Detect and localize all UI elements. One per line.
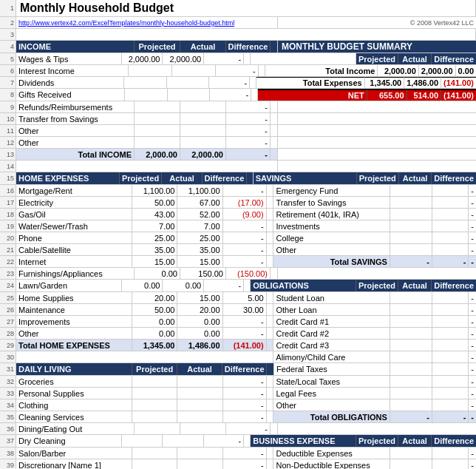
home-row-5-projected: 35.00 xyxy=(154,246,175,254)
savings-actual-header: Actual xyxy=(403,174,428,183)
summary-actual-header: Actual xyxy=(402,55,427,64)
row-num-31: 31 xyxy=(0,363,16,375)
home-row-4-label: Phone xyxy=(18,234,42,243)
home-row-8-actual: 0.00 xyxy=(186,281,201,290)
daily-living-header: DAILY LIVING xyxy=(18,365,72,374)
row-num-15: 15 xyxy=(0,172,16,184)
income-row-3-diff: - xyxy=(245,90,248,99)
summary-diff-header: Difference xyxy=(434,55,474,64)
copyright-text: © 2008 Vertex42 LLC xyxy=(410,19,474,27)
savings-row-5-label: Other xyxy=(276,246,296,254)
obl-row-0-diff: - xyxy=(471,294,474,303)
dl-diff-header: Difference xyxy=(225,365,265,374)
biz-row-0-diff: - xyxy=(471,449,474,458)
home-row-6-projected: 15.00 xyxy=(154,257,175,266)
obl-diff-header: Difference xyxy=(434,281,474,290)
row-num-29: 29 xyxy=(0,340,16,351)
obl-row-0-label: Student Loan xyxy=(276,294,324,303)
income-difference-header: Difference xyxy=(228,42,268,51)
home-row-9-label: Home Supplies xyxy=(18,294,74,303)
total-income-section-projected: 2,000.00 xyxy=(146,150,177,159)
obl-row-5-diff: - xyxy=(471,353,474,362)
home-row-12-projected: 0.00 xyxy=(159,329,174,338)
income-row-6-label: Other xyxy=(18,126,39,135)
income-row-0-label: Wages & Tips xyxy=(18,55,68,64)
obl-row-5-label: Alimony/Child Care xyxy=(276,353,345,362)
row-num-16: 16 xyxy=(0,185,16,196)
dl-row-4-label: Dining/Eating Out xyxy=(18,425,82,433)
row-num-14: 14 xyxy=(0,161,16,172)
row-num-24: 24 xyxy=(0,280,16,291)
savings-row-0-label: Emergency Fund xyxy=(276,186,338,195)
home-row-9-actual: 15.00 xyxy=(200,294,220,303)
savings-row-2-label: Retirement (401k, IRA) xyxy=(276,210,358,219)
total-obl-actual: - xyxy=(463,413,466,422)
home-row-3-diff: - xyxy=(261,222,264,231)
obl-row-8-label: Legal Fees xyxy=(276,389,316,398)
obl-row-7-label: State/Local Taxes xyxy=(276,377,340,386)
row-num-38: 38 xyxy=(0,448,16,459)
home-row-12-label: Other xyxy=(18,329,39,338)
home-row-4-projected: 25.00 xyxy=(154,234,175,243)
savings-row-1-diff: - xyxy=(471,198,474,207)
dl-row-3-diff: - xyxy=(261,413,264,422)
obl-row-9-label: Other xyxy=(276,401,296,410)
home-row-11-actual: 0.00 xyxy=(204,317,220,326)
template-link[interactable]: http://www.vertex42.com/ExcelTemplates/m… xyxy=(18,19,234,27)
dl-row-7-label: Discretionary [Name 1] xyxy=(18,461,101,470)
net-label: NET xyxy=(348,91,364,100)
home-row-7-label: Furnishings/Appliances xyxy=(18,269,103,278)
savings-row-1-label: Transfer to Savings xyxy=(276,198,346,207)
savings-row-3-label: Investments xyxy=(276,222,319,231)
obl-row-4-label: Credit Card #3 xyxy=(276,341,329,350)
dl-row-2-label: Clothing xyxy=(18,401,48,410)
home-row-7-diff: (150.00) xyxy=(237,269,268,278)
total-home-projected: 1,345.00 xyxy=(143,341,175,350)
total-home-label: Total HOME EXPENSES xyxy=(18,341,110,350)
dl-row-3-label: Cleaning Services xyxy=(18,413,84,422)
income-row-2-label: Dividends xyxy=(18,78,54,87)
home-difference-header: Difference xyxy=(205,174,245,183)
savings-row-3-diff: - xyxy=(471,222,474,231)
home-row-5-label: Cable/Satellite xyxy=(18,246,71,254)
home-row-10-diff: 30.00 xyxy=(243,306,264,314)
dl-row-6-label: Salon/Barber xyxy=(18,449,66,458)
home-row-2-actual: 52.00 xyxy=(200,210,220,219)
home-row-8-diff: - xyxy=(239,281,242,290)
home-actual-header: Actual xyxy=(169,174,194,183)
home-projected-header: Projected xyxy=(122,174,159,183)
income-projected-header: Projected xyxy=(138,42,175,51)
total-income-section-label: Total INCOME xyxy=(78,150,132,159)
home-row-11-projected: 0.00 xyxy=(159,317,174,326)
dl-row-5-diff: - xyxy=(239,436,242,445)
total-savings-actual: - xyxy=(463,257,466,266)
total-income-label: Total Income xyxy=(325,67,375,75)
row-num-21: 21 xyxy=(0,244,16,255)
dl-row-5-label: Dry Cleaning xyxy=(18,436,66,445)
home-row-6-label: Internet xyxy=(18,257,46,266)
home-row-7-actual: 150.00 xyxy=(198,269,223,278)
row-num-18: 18 xyxy=(0,209,16,220)
total-obl-label: Total OBLIGATIONS xyxy=(310,413,387,422)
home-row-0-actual: 1,100.00 xyxy=(188,186,220,195)
row-num-34: 34 xyxy=(0,399,16,411)
row-num-36: 36 xyxy=(0,423,16,434)
obl-row-7-diff: - xyxy=(471,377,474,386)
home-row-9-projected: 20.00 xyxy=(154,294,175,303)
total-home-diff: (141.00) xyxy=(234,341,264,350)
home-row-8-projected: 0.00 xyxy=(144,281,160,290)
row-num-1: 1 xyxy=(0,0,16,16)
obl-row-2-diff: - xyxy=(471,317,474,326)
home-row-0-label: Mortgage/Rent xyxy=(18,186,72,195)
home-row-6-actual: 15.00 xyxy=(200,257,220,266)
income-row-0-diff: - xyxy=(239,55,242,64)
obl-projected-header: Projected xyxy=(358,281,395,290)
obl-row-9-diff: - xyxy=(471,401,474,410)
dl-row-1-diff: - xyxy=(261,389,264,398)
dl-row-0-label: Groceries xyxy=(18,377,54,386)
row-num-19: 19 xyxy=(0,220,16,232)
income-row-5-label: Transfer from Savings xyxy=(18,115,98,124)
dl-row-0-diff: - xyxy=(261,377,264,386)
row-num-25: 25 xyxy=(0,292,16,303)
biz-actual-header: Actual xyxy=(402,436,427,445)
